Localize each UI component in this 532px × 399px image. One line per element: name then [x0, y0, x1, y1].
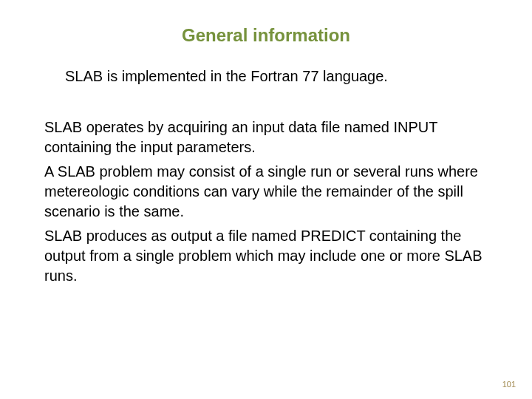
paragraph-3: SLAB produces as output a file named PRE… — [44, 226, 488, 286]
slide-title: General information — [44, 25, 488, 46]
paragraph-1: SLAB operates by acquiring an input data… — [44, 117, 488, 157]
slide-intro: SLAB is implemented in the Fortran 77 la… — [65, 66, 488, 86]
page-number: 101 — [502, 380, 516, 389]
slide: General information SLAB is implemented … — [0, 0, 532, 399]
paragraph-2: A SLAB problem may consist of a single r… — [44, 162, 488, 222]
